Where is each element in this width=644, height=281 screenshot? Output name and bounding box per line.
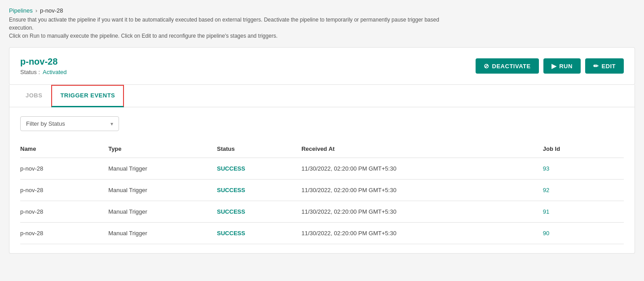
edit-button[interactable]: ✏ EDIT bbox=[585, 58, 624, 74]
job-id-link-3[interactable]: 90 bbox=[543, 230, 549, 237]
cell-job-id-2: 91 bbox=[539, 201, 624, 223]
filter-placeholder: Filter by Status bbox=[26, 120, 65, 127]
breadcrumb-pipelines-link[interactable]: Pipelines bbox=[9, 7, 33, 14]
run-button[interactable]: ▶ RUN bbox=[543, 58, 581, 74]
breadcrumb-current: p-nov-28 bbox=[40, 7, 63, 14]
job-id-link-1[interactable]: 92 bbox=[543, 187, 549, 193]
tabs-bar: JOBS TRIGGER EVENTS bbox=[9, 85, 635, 107]
filter-row: Filter by Status ▾ bbox=[20, 116, 624, 131]
table-row: p-nov-28 Manual Trigger SUCCESS 11/30/20… bbox=[20, 158, 624, 180]
tabs-section: JOBS TRIGGER EVENTS Filter by Status ▾ N… bbox=[9, 85, 635, 254]
description-line2: Click on Run to manually execute the pip… bbox=[9, 33, 278, 39]
col-header-job-id: Job Id bbox=[539, 140, 624, 158]
page-wrapper: Pipelines › p-nov-28 Ensure that you act… bbox=[0, 0, 644, 281]
cell-type-1: Manual Trigger bbox=[105, 180, 213, 201]
col-header-type: Type bbox=[105, 140, 213, 158]
description-line1: Ensure that you activate the pipeline if… bbox=[9, 17, 439, 31]
table-row: p-nov-28 Manual Trigger SUCCESS 11/30/20… bbox=[20, 201, 624, 223]
cell-received-at-0: 11/30/2022, 02:20:00 PM GMT+5:30 bbox=[298, 158, 539, 180]
cell-type-3: Manual Trigger bbox=[105, 223, 213, 244]
breadcrumb: Pipelines › p-nov-28 bbox=[9, 7, 635, 14]
pipeline-status: Status : Activated bbox=[20, 69, 67, 75]
filter-by-status-select[interactable]: Filter by Status ▾ bbox=[20, 116, 119, 131]
page-description: Ensure that you activate the pipeline if… bbox=[9, 16, 458, 40]
pipeline-actions: ⊘ DEACTIVATE ▶ RUN ✏ EDIT bbox=[476, 58, 624, 74]
col-header-status: Status bbox=[213, 140, 298, 158]
col-header-name: Name bbox=[20, 140, 105, 158]
col-header-received-at: Received At bbox=[298, 140, 539, 158]
cell-name-2: p-nov-28 bbox=[20, 201, 105, 223]
chevron-down-icon: ▾ bbox=[110, 121, 113, 127]
job-id-link-0[interactable]: 93 bbox=[543, 165, 549, 172]
table-header-row: Name Type Status Received At Job Id bbox=[20, 140, 624, 158]
tab-content: Filter by Status ▾ Name Type Status Rece… bbox=[9, 107, 635, 253]
edit-icon: ✏ bbox=[593, 62, 599, 70]
job-id-link-2[interactable]: 91 bbox=[543, 208, 549, 215]
cell-status-3: SUCCESS bbox=[213, 223, 298, 244]
cell-job-id-0: 93 bbox=[539, 158, 624, 180]
cell-name-3: p-nov-28 bbox=[20, 223, 105, 244]
cell-status-0: SUCCESS bbox=[213, 158, 298, 180]
deactivate-button[interactable]: ⊘ DEACTIVATE bbox=[476, 58, 539, 74]
status-value: Activated bbox=[43, 69, 66, 75]
cell-status-1: SUCCESS bbox=[213, 180, 298, 201]
pipeline-card: p-nov-28 Status : Activated ⊘ DEACTIVATE… bbox=[9, 47, 635, 85]
pipeline-info: p-nov-28 Status : Activated bbox=[20, 57, 67, 75]
cell-received-at-3: 11/30/2022, 02:20:00 PM GMT+5:30 bbox=[298, 223, 539, 244]
cell-status-2: SUCCESS bbox=[213, 201, 298, 223]
tab-trigger-events[interactable]: TRIGGER EVENTS bbox=[51, 85, 124, 107]
deactivate-label: DEACTIVATE bbox=[492, 63, 531, 70]
run-icon: ▶ bbox=[551, 62, 557, 70]
cell-received-at-2: 11/30/2022, 02:20:00 PM GMT+5:30 bbox=[298, 201, 539, 223]
cell-job-id-1: 92 bbox=[539, 180, 624, 201]
cell-job-id-3: 90 bbox=[539, 223, 624, 244]
breadcrumb-separator: › bbox=[35, 7, 37, 14]
pipeline-name: p-nov-28 bbox=[20, 57, 67, 67]
table-row: p-nov-28 Manual Trigger SUCCESS 11/30/20… bbox=[20, 223, 624, 244]
cell-received-at-1: 11/30/2022, 02:20:00 PM GMT+5:30 bbox=[298, 180, 539, 201]
deactivate-icon: ⊘ bbox=[484, 62, 490, 70]
pipeline-header: p-nov-28 Status : Activated ⊘ DEACTIVATE… bbox=[20, 57, 624, 75]
run-label: RUN bbox=[559, 63, 573, 70]
cell-name-0: p-nov-28 bbox=[20, 158, 105, 180]
cell-type-0: Manual Trigger bbox=[105, 158, 213, 180]
edit-label: EDIT bbox=[601, 63, 616, 70]
trigger-events-table: Name Type Status Received At Job Id p-no… bbox=[20, 140, 624, 244]
cell-type-2: Manual Trigger bbox=[105, 201, 213, 223]
tab-jobs[interactable]: JOBS bbox=[17, 85, 51, 107]
cell-name-1: p-nov-28 bbox=[20, 180, 105, 201]
table-row: p-nov-28 Manual Trigger SUCCESS 11/30/20… bbox=[20, 180, 624, 201]
status-label: Status : bbox=[20, 69, 40, 75]
